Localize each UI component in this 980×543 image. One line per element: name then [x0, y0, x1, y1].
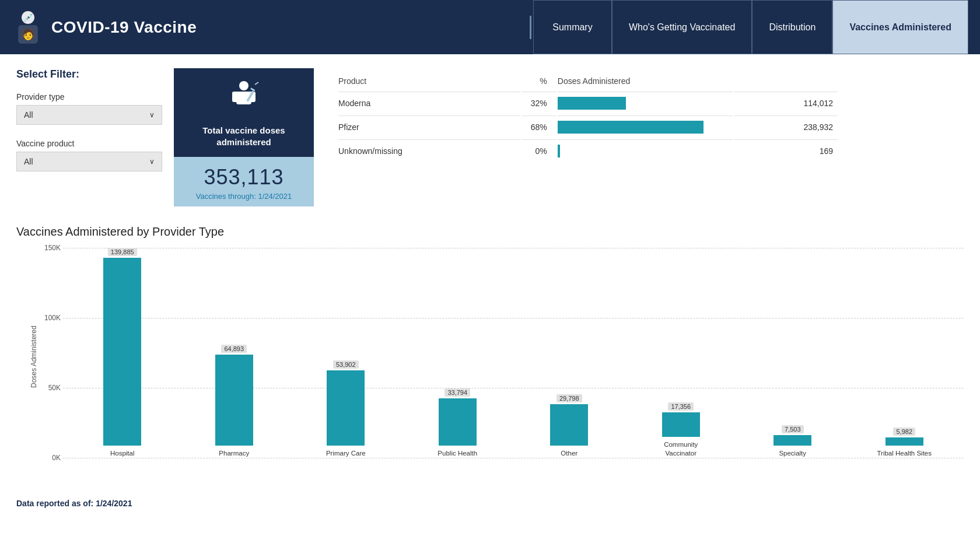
data-footer: Data reported as of: 1/24/2021	[16, 493, 964, 508]
vaccine-logo-icon: 💉 🧑	[12, 10, 44, 45]
y-tick-label: 100K	[35, 314, 61, 322]
chart-bar	[550, 404, 588, 446]
bar-label: Public Health	[438, 449, 477, 458]
bar-label: Hospital	[110, 449, 135, 458]
main-navigation: Summary Who's Getting Vaccinated Distrib…	[533, 0, 968, 54]
provider-type-chevron-icon: ∨	[149, 111, 155, 119]
bar-label: Other	[561, 449, 578, 458]
svg-point-4	[239, 81, 249, 90]
nav-separator	[528, 16, 533, 39]
provider-type-value: All	[24, 110, 33, 120]
bar-group: 5,982 Tribal Health Sites	[851, 248, 958, 458]
vaccine-product-select[interactable]: All ∨	[16, 152, 162, 171]
bar-value-label: 5,982	[893, 428, 915, 436]
svg-text:💉: 💉	[23, 13, 34, 23]
bar-value-label: 139,885	[108, 248, 137, 256]
product-name: Moderna	[338, 92, 520, 114]
product-table-section: Product % Doses Administered Moderna 32%…	[337, 68, 839, 163]
bar-group: 53,902 Primary Care	[292, 248, 400, 458]
tab-summary[interactable]: Summary	[533, 0, 612, 54]
product-name: Unknown/missing	[338, 139, 520, 162]
bar-label: Specialty	[779, 449, 806, 458]
bar-group: 17,356 Community Vaccinator	[628, 248, 735, 458]
product-name: Pfizer	[338, 115, 520, 138]
product-table: Product % Doses Administered Moderna 32%…	[337, 73, 839, 163]
bar-value-label: 53,902	[333, 360, 359, 369]
svg-text:🧑: 🧑	[22, 28, 35, 41]
filter-title: Select Filter:	[16, 68, 162, 80]
vaccine-product-value: All	[24, 157, 33, 166]
vaccine-product-label: Vaccine product	[16, 139, 162, 148]
chart-bar	[439, 398, 477, 446]
product-bar	[558, 115, 733, 138]
chart-bar	[774, 435, 811, 446]
bar-group: 7,503 Specialty	[739, 248, 846, 458]
vaccines-through-date: Vaccines through: 1/24/2021	[183, 192, 304, 201]
provider-type-label: Provider type	[16, 92, 162, 101]
total-box-header: Total vaccine doses administered	[174, 68, 314, 157]
product-pct: 68%	[522, 115, 556, 138]
chart-title: Vaccines Administered by Provider Type	[16, 225, 964, 239]
product-pct: 0%	[522, 139, 556, 162]
bar-value-label: 64,893	[221, 345, 247, 353]
bar-value-label: 29,798	[556, 394, 582, 402]
syringe-person-icon	[223, 80, 264, 120]
tab-who-vaccinated[interactable]: Who's Getting Vaccinated	[612, 0, 752, 54]
total-doses-box: Total vaccine doses administered 353,113…	[174, 68, 314, 206]
chart-bar	[215, 355, 253, 446]
product-table-row: Unknown/missing 0% 169	[338, 139, 838, 162]
filter-section: Select Filter: Provider type All ∨ Vacci…	[16, 68, 174, 185]
tab-vaccines-administered[interactable]: Vaccines Administered	[832, 0, 968, 54]
product-bar	[558, 92, 733, 114]
y-tick-label: 0K	[35, 454, 61, 462]
vaccine-product-chevron-icon: ∨	[149, 157, 155, 166]
col-product: Product	[338, 74, 520, 90]
tab-distribution[interactable]: Distribution	[752, 0, 832, 54]
chart-bar	[103, 258, 141, 446]
col-doses: Doses Administered	[558, 74, 733, 90]
product-doses: 238,932	[734, 115, 838, 138]
svg-rect-9	[250, 87, 255, 92]
main-content: Select Filter: Provider type All ∨ Vacci…	[0, 54, 980, 543]
total-box-count: 353,113 Vaccines through: 1/24/2021	[174, 157, 314, 206]
col-pct: %	[522, 74, 556, 90]
header-logo: 💉 🧑 COVID-19 Vaccine	[12, 10, 528, 45]
product-table-row: Pfizer 68% 238,932	[338, 115, 838, 138]
product-doses: 114,012	[734, 92, 838, 114]
chart-bar	[327, 370, 365, 446]
bar-label: Tribal Health Sites	[877, 449, 932, 458]
svg-line-10	[255, 82, 258, 85]
bar-group: 29,798 Other	[516, 248, 623, 458]
bar-group: 139,885 Hospital	[69, 248, 176, 458]
total-number: 353,113	[183, 165, 304, 190]
bar-label: Primary Care	[326, 449, 366, 458]
y-tick-label: 150K	[35, 244, 61, 252]
provider-type-select[interactable]: All ∨	[16, 105, 162, 125]
product-doses: 169	[734, 139, 838, 162]
product-table-row: Moderna 32% 114,012	[338, 92, 838, 114]
chart-bar	[886, 437, 923, 446]
product-bar	[558, 139, 733, 162]
bar-label: Pharmacy	[219, 449, 249, 458]
y-tick-label: 50K	[35, 384, 61, 392]
bar-label: Community Vaccinator	[664, 440, 698, 458]
bar-value-label: 7,503	[782, 425, 804, 433]
bar-group: 64,893 Pharmacy	[181, 248, 288, 458]
bar-value-label: 17,356	[668, 402, 694, 411]
bar-group: 33,794 Public Health	[404, 248, 512, 458]
total-box-title: Total vaccine doses administered	[183, 125, 304, 148]
chart-section: Vaccines Administered by Provider Type D…	[16, 206, 964, 493]
chart-bar	[662, 412, 700, 437]
bar-value-label: 33,794	[444, 388, 470, 397]
y-axis-label: Doses Administered	[30, 353, 38, 388]
header: 💉 🧑 COVID-19 Vaccine Summary Who's Getti…	[0, 0, 980, 54]
svg-rect-6	[232, 92, 239, 102]
product-pct: 32%	[522, 92, 556, 114]
app-title: COVID-19 Vaccine	[51, 18, 197, 37]
